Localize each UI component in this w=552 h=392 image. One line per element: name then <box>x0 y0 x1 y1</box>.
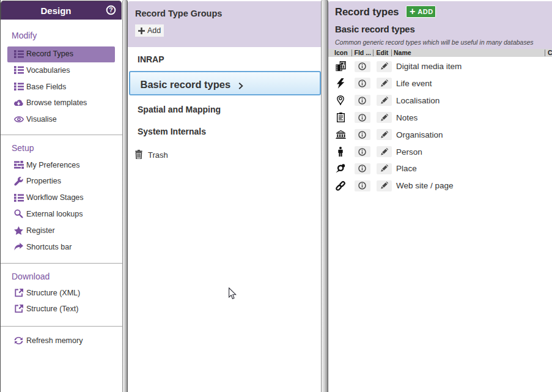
svg-text:?: ? <box>109 6 112 13</box>
